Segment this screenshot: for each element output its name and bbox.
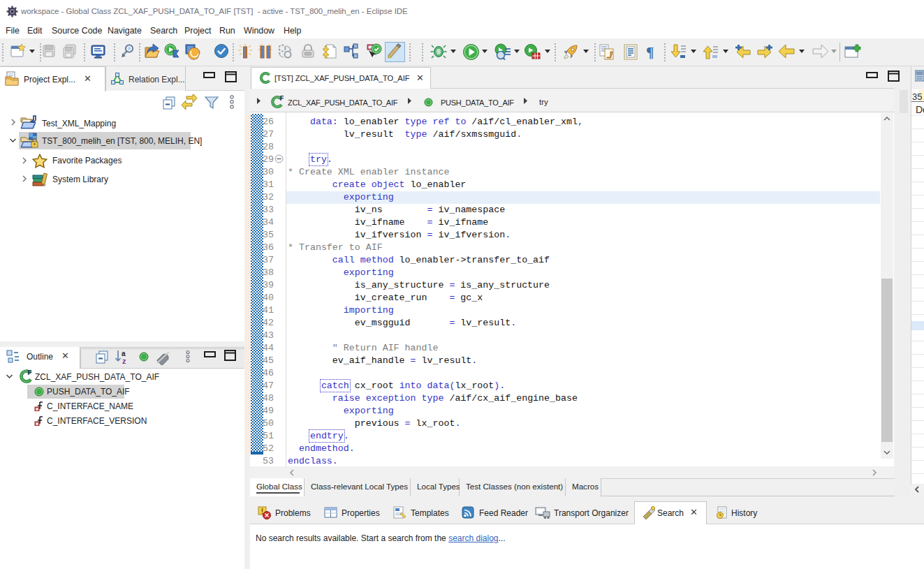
svg-text:F: F: [280, 95, 284, 103]
svg-text:F: F: [27, 369, 32, 377]
svg-text:z: z: [122, 357, 126, 365]
